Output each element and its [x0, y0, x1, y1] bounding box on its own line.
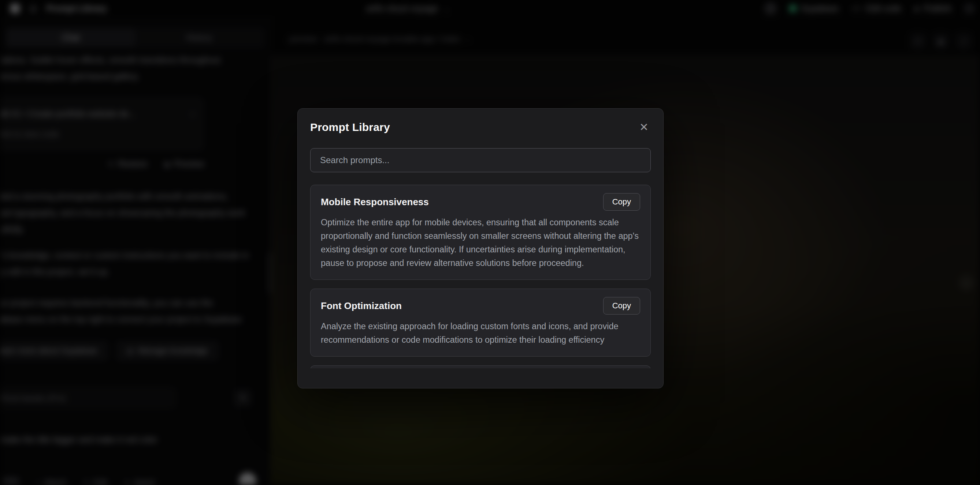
copy-button[interactable]: Copy [603, 297, 640, 315]
prompt-card-header: Mobile Responsiveness Copy [321, 193, 640, 211]
close-icon[interactable]: ✕ [637, 121, 651, 133]
prompt-card: Font Optimization Copy Analyze the exist… [310, 288, 651, 357]
modal-header: Prompt Library ✕ [310, 121, 651, 137]
modal-title: Prompt Library [310, 121, 390, 133]
prompt-title: Mobile Responsiveness [321, 197, 429, 208]
prompt-library-modal: Prompt Library ✕ Mobile Responsiveness C… [298, 108, 663, 388]
search-input[interactable] [310, 148, 651, 172]
prompt-card: Mobile Responsiveness Copy Optimize the … [310, 185, 651, 280]
prompt-list: Mobile Responsiveness Copy Optimize the … [310, 185, 651, 368]
app-window: ▤ Prompt Library artfo cloud voyage ⌄ Su… [0, 0, 980, 485]
prompt-title: Font Optimization [321, 300, 402, 312]
prompt-description: Optimize the entire app for mobile devic… [321, 216, 640, 270]
prompt-card-partial [310, 365, 651, 368]
prompt-card-header: Font Optimization Copy [321, 297, 640, 315]
copy-button[interactable]: Copy [603, 193, 640, 211]
prompt-description: Analyze the existing approach for loadin… [321, 320, 640, 347]
